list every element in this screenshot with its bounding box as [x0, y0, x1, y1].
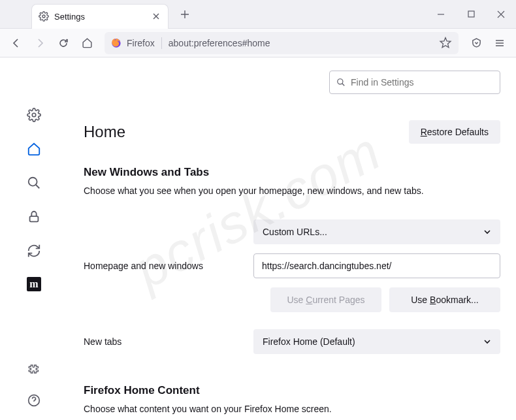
- sidebar-search[interactable]: [26, 175, 42, 191]
- maximize-button[interactable]: [456, 0, 486, 29]
- homepage-label: Homepage and new windows: [84, 261, 253, 271]
- homepage-mode-dropdown[interactable]: Custom URLs...: [253, 219, 500, 244]
- homepage-mode-value: Custom URLs...: [263, 227, 327, 237]
- svg-rect-5: [30, 216, 39, 221]
- close-window-button[interactable]: [486, 0, 516, 29]
- restore-defaults-button[interactable]: Restore Defaults: [409, 120, 500, 144]
- use-bookmark-button[interactable]: Use Bookmark...: [389, 287, 500, 312]
- svg-point-4: [29, 178, 37, 186]
- sidebar-extensions[interactable]: [26, 361, 42, 377]
- url-separator: [161, 37, 162, 49]
- search-icon: [336, 78, 346, 87]
- section-new-windows-desc: Choose what you see when you open your h…: [84, 186, 500, 196]
- minimize-button[interactable]: [426, 0, 456, 29]
- firefox-logo-icon: [111, 38, 121, 48]
- newtabs-label: New tabs: [84, 336, 253, 347]
- homepage-url-input[interactable]: [253, 253, 500, 278]
- home-button[interactable]: [76, 32, 98, 54]
- svg-point-3: [32, 113, 36, 117]
- url-text: about:preferences#home: [169, 38, 439, 48]
- main-content: Find in Settings Home Restore Defaults N…: [68, 57, 516, 420]
- sidebar-privacy[interactable]: [26, 209, 42, 225]
- section-new-windows-heading: New Windows and Tabs: [84, 166, 500, 179]
- newtabs-value: Firefox Home (Default): [263, 336, 355, 347]
- page-title: Home: [84, 123, 125, 141]
- reload-button[interactable]: [52, 32, 74, 54]
- app-menu-button[interactable]: [489, 32, 511, 54]
- use-current-page-button: Use Current Pages: [270, 287, 381, 312]
- sidebar-home[interactable]: [26, 141, 42, 157]
- back-button[interactable]: [5, 32, 27, 54]
- sidebar-more[interactable]: m: [27, 277, 41, 291]
- sidebar-help[interactable]: [26, 393, 42, 408]
- section-home-content-heading: Firefox Home Content: [84, 384, 500, 397]
- url-brand: Firefox: [127, 38, 155, 48]
- svg-point-7: [338, 79, 343, 84]
- find-settings-input[interactable]: Find in Settings: [329, 71, 500, 94]
- svg-point-0: [42, 15, 45, 18]
- bookmark-star-icon[interactable]: [439, 37, 452, 50]
- close-icon[interactable]: [151, 11, 161, 22]
- toolbar: Firefox about:preferences#home: [0, 29, 516, 57]
- titlebar: Settings: [0, 0, 516, 29]
- newtabs-dropdown[interactable]: Firefox Home (Default): [253, 329, 500, 354]
- url-bar[interactable]: Firefox about:preferences#home: [105, 32, 459, 54]
- chevron-down-icon: [483, 228, 491, 236]
- chevron-down-icon: [483, 338, 491, 346]
- sidebar: m: [0, 57, 68, 420]
- tab-title: Settings: [54, 12, 151, 22]
- save-pocket-button[interactable]: [465, 32, 487, 54]
- sidebar-general[interactable]: [26, 107, 42, 123]
- forward-button: [29, 32, 51, 54]
- window-controls: [426, 0, 516, 29]
- gear-icon: [39, 11, 49, 22]
- new-tab-button[interactable]: [175, 5, 195, 24]
- sidebar-sync[interactable]: [26, 243, 42, 259]
- browser-tab[interactable]: Settings: [31, 4, 169, 29]
- svg-rect-1: [468, 11, 474, 17]
- find-settings-placeholder: Find in Settings: [351, 77, 414, 88]
- section-home-content-desc: Choose what content you want on your Fir…: [84, 404, 500, 414]
